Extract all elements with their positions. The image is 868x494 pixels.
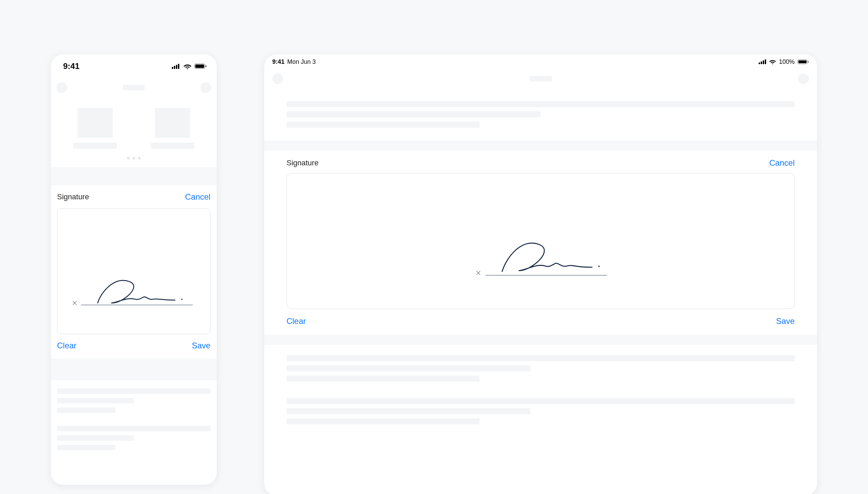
tablet-status-bar: 9:41 Mon Jun 3 100% — [264, 54, 817, 69]
dot — [132, 157, 135, 160]
clear-button[interactable]: Clear — [57, 341, 76, 350]
status-time: 9:41 — [272, 58, 285, 66]
svg-rect-16 — [798, 60, 807, 63]
filler-bar — [287, 398, 795, 404]
page-dots — [51, 157, 217, 160]
content-gap — [51, 359, 217, 380]
svg-rect-11 — [759, 62, 760, 64]
section-gap — [264, 141, 817, 151]
filler-content — [51, 380, 217, 458]
nav-bar — [264, 69, 817, 91]
save-button[interactable]: Save — [776, 316, 795, 326]
svg-rect-17 — [808, 61, 809, 63]
filler-group — [287, 355, 795, 382]
filler-bar — [57, 426, 211, 431]
nav-left-placeholder — [56, 82, 67, 93]
signature-canvas[interactable] — [57, 208, 211, 334]
battery-icon — [194, 63, 206, 69]
filler-bar — [287, 408, 530, 414]
signature-svg — [57, 209, 210, 334]
thumb-caption-placeholder — [73, 143, 117, 149]
thumb-item — [151, 108, 194, 149]
filler-bar — [57, 398, 134, 403]
svg-rect-5 — [195, 65, 204, 68]
signature-panel: Signature Cancel Clear Save — [51, 185, 217, 359]
tablet-device: 9:41 Mon Jun 3 100% Signature Cancel — [264, 54, 817, 494]
signature-actions: Clear Save — [57, 334, 211, 359]
dot — [138, 157, 141, 160]
dot — [127, 157, 130, 160]
svg-point-21 — [598, 266, 599, 267]
nav-title-placeholder — [529, 76, 552, 81]
filler-bar — [57, 435, 134, 441]
filler-bar — [287, 355, 795, 361]
filler-group — [57, 426, 211, 450]
status-right: 100% — [759, 58, 809, 66]
svg-rect-14 — [765, 59, 766, 64]
wifi-icon — [769, 59, 776, 65]
status-date: Mon Jun 3 — [287, 58, 316, 66]
filler-bar — [57, 445, 115, 450]
filler-group — [57, 388, 211, 413]
filler-bar — [287, 365, 530, 371]
svg-rect-12 — [761, 61, 762, 64]
filler-bar — [287, 376, 480, 382]
nav-right-placeholder — [798, 73, 809, 84]
nav-bar — [51, 78, 217, 97]
nav-right-placeholder — [200, 82, 211, 93]
battery-percent: 100% — [779, 58, 795, 66]
filler-group — [287, 91, 795, 141]
cancel-button[interactable]: Cancel — [769, 158, 795, 168]
phone-device: 9:41 Signature Cancel — [51, 54, 217, 485]
filler-bar — [287, 101, 795, 107]
thumb-row — [51, 104, 217, 149]
filler-bar — [287, 111, 541, 117]
nav-title-placeholder — [123, 85, 145, 90]
filler-bar — [287, 122, 480, 128]
svg-rect-0 — [172, 67, 173, 69]
cancel-button[interactable]: Cancel — [185, 192, 211, 202]
thumb-item — [73, 108, 117, 149]
thumb-caption-placeholder — [151, 143, 194, 149]
tablet-body: Signature Cancel Clear Save — [264, 91, 817, 435]
svg-rect-1 — [174, 66, 175, 69]
status-time: 9:41 — [63, 61, 79, 71]
wifi-icon — [183, 63, 192, 69]
battery-icon — [797, 59, 809, 64]
svg-point-10 — [181, 298, 183, 300]
signature-title: Signature — [57, 193, 89, 201]
svg-rect-3 — [178, 64, 179, 69]
signature-svg — [287, 173, 794, 309]
signature-canvas[interactable] — [287, 173, 795, 309]
status-time-date: 9:41 Mon Jun 3 — [272, 58, 316, 66]
svg-rect-2 — [176, 65, 177, 69]
svg-rect-6 — [205, 65, 206, 67]
section-gap — [264, 335, 817, 345]
signature-header: Signature Cancel — [287, 151, 795, 173]
filler-bar — [57, 407, 115, 413]
status-icons — [172, 63, 206, 69]
nav-left-placeholder — [272, 73, 283, 84]
save-button[interactable]: Save — [192, 341, 211, 350]
cellular-icon — [172, 63, 181, 69]
filler-group — [287, 398, 795, 424]
cellular-icon — [759, 59, 767, 64]
section-gap — [51, 167, 217, 185]
signature-title: Signature — [287, 159, 319, 167]
thumb-placeholder — [77, 108, 113, 138]
thumb-placeholder — [155, 108, 190, 138]
signature-header: Signature Cancel — [57, 185, 211, 206]
svg-rect-13 — [763, 60, 764, 64]
signature-actions: Clear Save — [287, 309, 795, 335]
phone-status-bar: 9:41 — [51, 54, 217, 78]
clear-button[interactable]: Clear — [287, 316, 306, 326]
filler-content — [287, 345, 795, 435]
filler-bar — [287, 418, 480, 424]
filler-bar — [57, 388, 211, 394]
